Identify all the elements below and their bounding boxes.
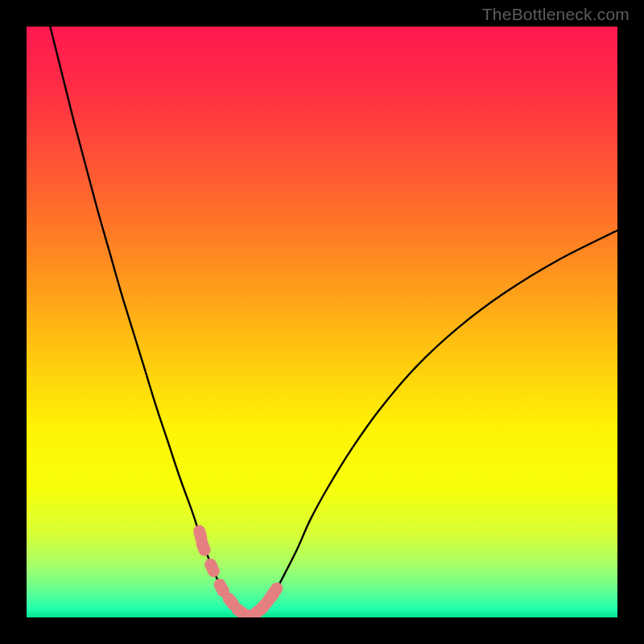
watermark: TheBottleneck.com: [482, 5, 630, 24]
curve-layer: [27, 27, 617, 617]
chart-frame: TheBottleneck.com: [0, 0, 644, 644]
plot-area: [27, 27, 617, 617]
curve-markers: [192, 524, 286, 617]
curve-marker: [203, 556, 221, 579]
bottleneck-curve: [50, 27, 617, 616]
